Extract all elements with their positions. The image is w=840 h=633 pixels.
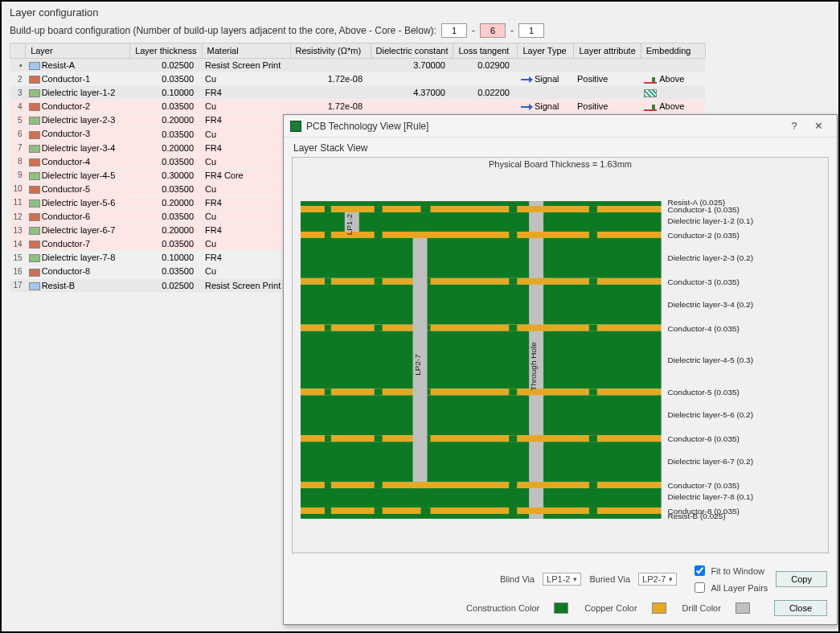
thickness-cell[interactable]: 0.03500	[130, 210, 202, 224]
layer-name-cell[interactable]: Dielectric layer-3-4	[26, 141, 130, 154]
type-cell[interactable]	[518, 86, 574, 100]
material-cell[interactable]: Cu	[202, 265, 290, 278]
layer-name-cell[interactable]: Resist-B	[26, 278, 130, 292]
embedding-cell[interactable]: Above	[641, 100, 705, 113]
layer-name-cell[interactable]: Dielectric layer-6-7	[26, 224, 130, 237]
all-layer-pairs-checkbox[interactable]: All Layer Pairs	[691, 580, 768, 595]
attribute-cell[interactable]: Positive	[574, 100, 641, 113]
copper-color-swatch[interactable]	[652, 602, 666, 614]
fit-to-window-checkbox[interactable]: Fit to Window	[691, 563, 768, 578]
col-type[interactable]: Layer Type	[518, 43, 574, 59]
col-resistivity[interactable]: Resistivity (Ω*m)	[290, 43, 371, 59]
thickness-cell[interactable]: 0.03500	[130, 265, 202, 278]
buried-via-dropdown[interactable]: LP2-7▾	[638, 573, 677, 586]
material-cell[interactable]: FR4	[202, 86, 290, 100]
material-cell[interactable]: Cu	[202, 154, 290, 168]
resistivity-cell[interactable]	[290, 59, 371, 72]
dielectric-cell[interactable]: 4.37000	[371, 86, 453, 100]
layer-name-cell[interactable]: Conductor-2	[26, 100, 130, 113]
layer-name-cell[interactable]: Conductor-3	[26, 127, 130, 141]
thickness-cell[interactable]: 0.03500	[130, 182, 202, 195]
col-layer[interactable]: Layer	[26, 43, 130, 59]
attribute-cell[interactable]	[574, 59, 641, 72]
embedding-cell[interactable]	[641, 59, 705, 72]
attribute-cell[interactable]: Positive	[574, 72, 641, 86]
layer-name-cell[interactable]: Resist-A	[26, 59, 130, 72]
blind-via-dropdown[interactable]: LP1-2▾	[543, 573, 581, 586]
material-cell[interactable]: Cu	[202, 210, 290, 224]
layer-name-cell[interactable]: Dielectric layer-7-8	[26, 251, 130, 265]
construction-color-swatch[interactable]	[554, 602, 568, 614]
dielectric-cell[interactable]	[371, 100, 453, 113]
dialog-titlebar[interactable]: PCB Technology View [Rule] ? ✕	[284, 115, 837, 138]
dielectric-cell[interactable]: 3.70000	[371, 59, 453, 72]
thickness-cell[interactable]: 0.02500	[130, 278, 202, 292]
thickness-cell[interactable]: 0.02500	[130, 59, 202, 72]
dielectric-cell[interactable]	[371, 72, 453, 86]
loss-cell[interactable]: 0.02200	[453, 86, 518, 100]
layer-name-cell[interactable]: Dielectric layer-4-5	[26, 168, 130, 182]
material-cell[interactable]: Cu	[202, 100, 290, 113]
layer-name-cell[interactable]: Dielectric layer-2-3	[26, 113, 130, 127]
thickness-cell[interactable]: 0.10000	[130, 251, 202, 265]
layer-name-cell[interactable]: Conductor-1	[26, 72, 130, 86]
close-window-button[interactable]: ✕	[806, 120, 830, 132]
material-cell[interactable]: FR4	[202, 251, 290, 265]
resistivity-cell[interactable]: 1.72e-08	[290, 100, 371, 113]
layer-name-cell[interactable]: Dielectric layer-1-2	[26, 86, 130, 100]
layer-name-cell[interactable]: Dielectric layer-5-6	[26, 195, 130, 209]
layer-name-cell[interactable]: Conductor-7	[26, 237, 130, 251]
copy-button[interactable]: Copy	[776, 571, 827, 587]
embedding-cell[interactable]: Above	[641, 72, 705, 86]
thickness-cell[interactable]: 0.10000	[130, 86, 202, 100]
material-cell[interactable]: FR4	[202, 141, 290, 154]
core-input[interactable]	[480, 23, 506, 38]
thickness-cell[interactable]: 0.03500	[130, 100, 202, 113]
material-cell[interactable]: Cu	[202, 237, 290, 251]
thickness-cell[interactable]: 0.30000	[130, 168, 202, 182]
thickness-cell[interactable]: 0.20000	[130, 141, 202, 154]
col-attribute[interactable]: Layer attribute	[574, 43, 641, 59]
layer-stack-view[interactable]: Physical Board Thickness = 1.63mm Resist…	[292, 157, 829, 553]
thickness-cell[interactable]: 0.03500	[130, 127, 202, 141]
type-cell[interactable]: Signal	[518, 100, 574, 113]
loss-cell[interactable]: 0.02900	[453, 59, 518, 72]
material-cell[interactable]: FR4 Core	[202, 168, 290, 182]
layer-name-cell[interactable]: Conductor-8	[26, 265, 130, 278]
thickness-cell[interactable]: 0.03500	[130, 72, 202, 86]
material-cell[interactable]: Cu	[202, 72, 290, 86]
col-dielectric[interactable]: Dielectric constant	[371, 43, 453, 59]
col-material[interactable]: Material	[202, 43, 290, 59]
resistivity-cell[interactable]	[290, 86, 371, 100]
help-button[interactable]: ?	[782, 120, 806, 132]
table-row[interactable]: 2Conductor-10.03500Cu1.72e-08SignalPosit…	[10, 72, 706, 86]
material-cell[interactable]: FR4	[202, 113, 290, 127]
material-cell[interactable]: Resist Screen Print	[202, 278, 290, 292]
below-input[interactable]	[518, 23, 544, 38]
layer-name-cell[interactable]: Conductor-4	[26, 154, 130, 168]
table-row[interactable]: 4Conductor-20.03500Cu1.72e-08SignalPosit…	[10, 100, 706, 113]
material-cell[interactable]: Cu	[202, 182, 290, 195]
col-loss[interactable]: Loss tangent	[453, 43, 518, 59]
material-cell[interactable]: FR4	[202, 224, 290, 237]
thickness-cell[interactable]: 0.03500	[130, 154, 202, 168]
thickness-cell[interactable]: 0.03500	[130, 237, 202, 251]
close-button[interactable]: Close	[774, 600, 827, 616]
thickness-cell[interactable]: 0.20000	[130, 224, 202, 237]
type-cell[interactable]	[518, 59, 574, 72]
embedding-cell[interactable]	[641, 86, 705, 100]
col-thickness[interactable]: Layer thickness	[130, 43, 202, 59]
table-row[interactable]: 3Dielectric layer-1-20.10000FR44.370000.…	[10, 86, 706, 100]
material-cell[interactable]: Resist Screen Print	[202, 59, 290, 72]
thickness-cell[interactable]: 0.20000	[130, 195, 202, 209]
resistivity-cell[interactable]: 1.72e-08	[290, 72, 371, 86]
loss-cell[interactable]	[453, 100, 518, 113]
type-cell[interactable]: Signal	[518, 72, 574, 86]
above-input[interactable]	[441, 23, 467, 38]
table-row[interactable]: •Resist-A0.02500Resist Screen Print3.700…	[10, 59, 706, 72]
drill-color-swatch[interactable]	[736, 602, 750, 614]
layer-name-cell[interactable]: Conductor-6	[26, 210, 130, 224]
attribute-cell[interactable]	[574, 86, 641, 100]
material-cell[interactable]: Cu	[202, 127, 290, 141]
col-embedding[interactable]: Embedding	[641, 43, 705, 59]
